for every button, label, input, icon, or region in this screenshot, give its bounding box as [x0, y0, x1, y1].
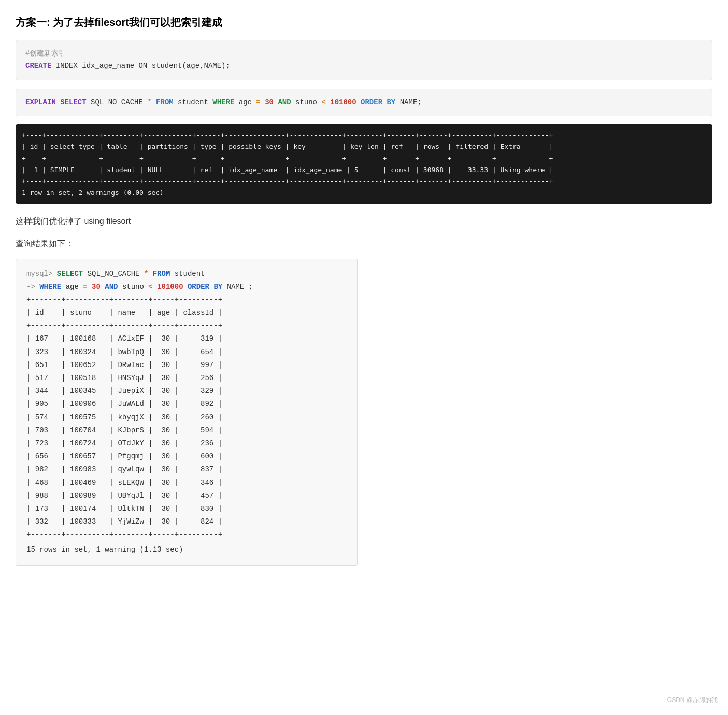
sql-no-cache: SQL_NO_CACHE	[88, 270, 144, 278]
terminal-output: +----+-------------+---------+----------…	[16, 124, 712, 204]
name-col: NAME;	[400, 98, 422, 106]
terminal-pre: +----+-------------+---------+----------…	[22, 130, 706, 199]
mysql-table-pre: +-------+----------+--------+-----+-----…	[26, 293, 347, 542]
age-clause: age	[66, 283, 83, 291]
and-kw2: AND	[105, 283, 118, 291]
explain-keyword: EXPLAIN	[25, 98, 56, 106]
mysql-query-line1: mysql> SELECT SQL_NO_CACHE * FROM studen…	[26, 268, 347, 281]
arrow-prompt: ->	[26, 283, 35, 291]
mysql-result-block: mysql> SELECT SQL_NO_CACHE * FROM studen…	[16, 259, 358, 566]
where-kw2: WHERE	[39, 283, 61, 291]
where-clause: age	[239, 98, 256, 106]
paragraph-filesort: 这样我们优化掉了 using filesort	[16, 214, 712, 229]
mysql-query-line2: -> WHERE age = 30 AND stuno < 101000 ORD…	[26, 281, 347, 293]
section-title: 方案一: 为了去掉filesort我们可以把索引建成	[16, 16, 712, 30]
comment-text: #创建新索引	[25, 49, 66, 58]
mysql-footer: 15 rows in set, 1 warning (1.13 sec)	[26, 543, 347, 556]
select-kw: SELECT	[57, 270, 83, 278]
lt2: <	[148, 283, 152, 291]
order-keyword: ORDER BY	[361, 98, 395, 106]
table-name: student	[178, 98, 212, 106]
num-101000: 101000	[330, 98, 356, 106]
eq2: =	[83, 283, 87, 291]
mysql-prompt: mysql>	[26, 270, 52, 278]
val101000: 101000	[157, 283, 183, 291]
from-kw: FROM	[153, 270, 170, 278]
paragraph-result: 查询结果如下：	[16, 236, 712, 251]
and-keyword: AND	[278, 98, 291, 106]
watermark: CSDN @赤脚的我	[667, 696, 718, 705]
select-keyword: SELECT	[60, 98, 86, 106]
table: student	[175, 270, 205, 278]
star: *	[144, 270, 148, 278]
star-keyword: *	[147, 98, 151, 106]
num-30: 30	[265, 98, 274, 106]
where-keyword: WHERE	[212, 98, 234, 106]
code-comment-line: #创建新索引	[25, 48, 703, 60]
order-kw2: ORDER BY	[188, 283, 222, 291]
stuno-clause: stuno	[295, 98, 321, 106]
from-keyword: FROM	[156, 98, 174, 106]
mysql-table: +-------+----------+--------+-----+-----…	[26, 293, 347, 542]
eq-op: =	[256, 98, 260, 106]
stuno2: stuno	[122, 283, 148, 291]
explain-code-block: EXPLAIN SELECT SQL_NO_CACHE * FROM stude…	[16, 89, 712, 117]
create-keyword: CREATE	[25, 62, 51, 70]
create-index-code-block: #创建新索引 CREATE INDEX idx_age_name ON stud…	[16, 40, 712, 80]
lt-op: <	[321, 98, 325, 106]
index-keyword: INDEX idx_age_name ON student(age,NAME);	[56, 62, 230, 70]
space2: SQL_NO_CACHE	[91, 98, 147, 106]
name2: NAME ;	[227, 283, 253, 291]
val30: 30	[92, 283, 101, 291]
code-create-line: CREATE INDEX idx_age_name ON student(age…	[25, 60, 703, 73]
